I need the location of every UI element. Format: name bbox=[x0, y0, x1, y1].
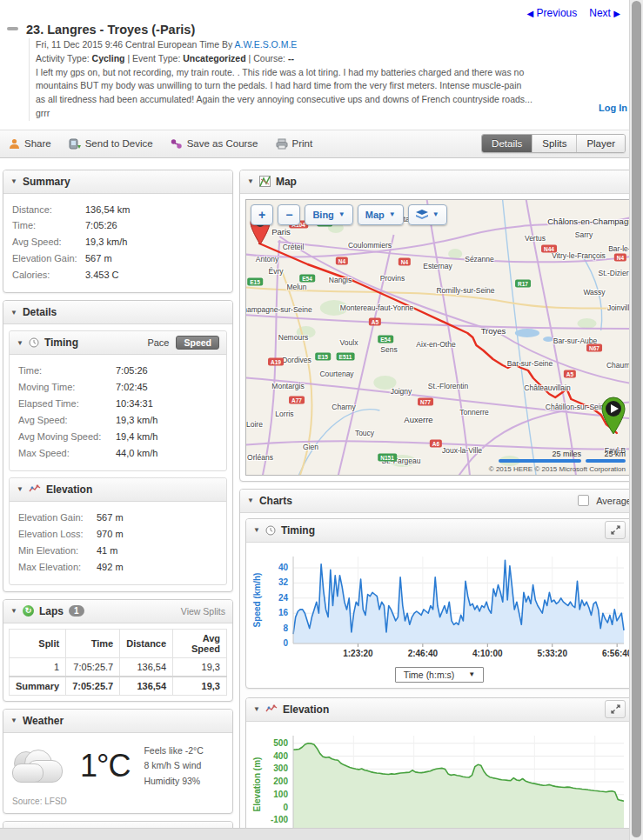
timing-x-axis-dropdown[interactable]: Time (h:m:s)▼ bbox=[395, 667, 484, 683]
map-style-dropdown[interactable]: Map▼ bbox=[358, 204, 404, 225]
svg-text:0: 0 bbox=[283, 802, 288, 811]
collapse-triangle-icon[interactable]: ▼ bbox=[10, 309, 17, 317]
collapse-triangle-icon[interactable]: ▼ bbox=[247, 177, 254, 185]
share-button[interactable]: Share bbox=[9, 138, 51, 150]
laps-col-header[interactable]: Distance bbox=[120, 629, 173, 657]
zoom-in-button[interactable]: + bbox=[251, 204, 273, 225]
layers-icon bbox=[416, 210, 428, 220]
map-town-label: Aix-en-Othe bbox=[416, 340, 455, 349]
elevation-chart-title: Elevation bbox=[283, 703, 329, 716]
svg-text:16: 16 bbox=[278, 608, 289, 617]
scale-miles-bar bbox=[499, 459, 581, 463]
stat-label: Avg Moving Speed: bbox=[18, 430, 116, 444]
svg-text:400: 400 bbox=[273, 750, 288, 760]
collapse-triangle-icon[interactable]: ▼ bbox=[10, 177, 17, 185]
elevation-chart[interactable]: -200-1000100200300400500255075100125Elev… bbox=[250, 729, 629, 840]
stat-value: 7:05:26 bbox=[116, 364, 148, 378]
map-canvas[interactable]: nt-l'ArtaudParisCréteilAntonyÉvryCoulomm… bbox=[245, 199, 633, 476]
left-column: ▼ Summary Distance:136,54 kmTime:7:05:26… bbox=[3, 170, 233, 840]
road-shield-label: A6 bbox=[430, 439, 442, 447]
map-town-label: Dordives bbox=[282, 356, 311, 364]
collapse-triangle-icon[interactable]: ▼ bbox=[17, 339, 23, 347]
share-person-icon bbox=[9, 138, 20, 150]
tab-player[interactable]: Player bbox=[576, 135, 625, 152]
average-checkbox[interactable] bbox=[578, 495, 589, 506]
stat-value: 19,3 km/h bbox=[85, 236, 127, 250]
zoom-out-button[interactable]: − bbox=[278, 204, 300, 225]
laps-summary-row[interactable]: Summary7:05:25.7136,5419,3 bbox=[10, 677, 227, 696]
printer-icon bbox=[276, 138, 288, 150]
stat-row: Distance:136,54 km bbox=[12, 203, 224, 217]
laps-cell: 136,54 bbox=[120, 657, 173, 677]
view-splits-link[interactable]: View Splits bbox=[181, 606, 225, 617]
map-provider-dropdown[interactable]: Bing▼ bbox=[305, 204, 352, 225]
stat-value: 19,3 km/h bbox=[116, 414, 157, 428]
road-shield-label: N77 bbox=[418, 397, 433, 405]
collapse-triangle-icon[interactable]: ▼ bbox=[17, 485, 23, 493]
map-town-label: Vertus bbox=[525, 234, 546, 243]
laps-cell: 136,54 bbox=[120, 677, 173, 696]
map-town-label: Vitry-le-François bbox=[552, 251, 606, 260]
road-shield-label: E511 bbox=[337, 352, 355, 360]
collapse-header-icon[interactable] bbox=[7, 27, 18, 30]
collapse-triangle-icon[interactable]: ▼ bbox=[253, 705, 260, 713]
stat-row: Avg Speed:19,3 km/h bbox=[18, 414, 218, 428]
stat-row: Elevation Gain:567 m bbox=[18, 511, 218, 525]
laps-title: Laps bbox=[39, 605, 64, 617]
laps-row[interactable]: 17:05:25.7136,5419,3 bbox=[10, 657, 227, 677]
tab-splits[interactable]: Splits bbox=[532, 135, 576, 152]
collapse-triangle-icon[interactable]: ▼ bbox=[10, 607, 17, 615]
scrollbar-thumb[interactable] bbox=[632, 1, 641, 837]
elevation-chart-body: -200-1000100200300400500255075100125Elev… bbox=[246, 722, 633, 840]
collapse-triangle-icon[interactable]: ▼ bbox=[253, 526, 260, 534]
stat-label: Time: bbox=[12, 219, 85, 233]
scale-km-label: 25 km bbox=[604, 450, 626, 458]
svg-text:Speed (km/h): Speed (km/h) bbox=[252, 572, 262, 627]
previous-link[interactable]: ◀ Previous bbox=[527, 7, 578, 19]
collapse-triangle-icon[interactable]: ▼ bbox=[10, 717, 17, 724]
timing-subpanel: ▼ Timing Pace Speed Time:7:05:26Moving T… bbox=[9, 330, 227, 471]
svg-text:500: 500 bbox=[273, 737, 288, 747]
course-icon bbox=[171, 138, 183, 150]
save-as-course-button[interactable]: Save as Course bbox=[171, 138, 258, 150]
laps-cell: 19,3 bbox=[173, 657, 227, 677]
scale-miles-label: 25 miles bbox=[552, 450, 581, 458]
log-in-link[interactable]: Log In bbox=[599, 103, 627, 113]
page-scrollbar[interactable] bbox=[629, 0, 643, 840]
expand-chart-button[interactable] bbox=[605, 521, 626, 539]
activity-description: I left my gps on, but not recording, my … bbox=[36, 66, 533, 121]
laps-table: SplitTimeDistanceAvg Speed17:05:25.7136,… bbox=[9, 629, 227, 696]
timing-body: Time:7:05:26Moving Time:7:02:45Elapsed T… bbox=[10, 355, 226, 470]
tab-details[interactable]: Details bbox=[482, 135, 532, 152]
map-town-label: St.-Florentin bbox=[428, 382, 468, 390]
expand-chart-button[interactable] bbox=[605, 700, 626, 718]
route-end-marker[interactable] bbox=[599, 397, 628, 438]
collapse-triangle-icon[interactable]: ▼ bbox=[247, 497, 254, 504]
map-town-label: -Loire bbox=[245, 420, 263, 429]
activity-pager: ◀ Previous Next ▶ bbox=[527, 7, 620, 19]
next-link[interactable]: Next ▶ bbox=[589, 7, 620, 19]
send-to-device-button[interactable]: Send to Device bbox=[69, 138, 153, 150]
map-town-label: Montargis bbox=[271, 382, 304, 390]
print-button[interactable]: Print bbox=[276, 138, 313, 150]
laps-col-header[interactable]: Split bbox=[10, 629, 66, 657]
map-controls: + − Bing▼ Map▼ ▼ bbox=[251, 204, 447, 225]
speed-chart[interactable]: 08162432401:23:202:46:404:10:005:33:206:… bbox=[250, 550, 629, 664]
map-town-label: Esternay bbox=[423, 262, 452, 270]
timing-chart-title: Timing bbox=[281, 524, 315, 537]
speed-toggle[interactable]: Speed bbox=[176, 336, 219, 350]
svg-text:8: 8 bbox=[283, 623, 288, 632]
map-town-label: Troyes bbox=[481, 325, 506, 335]
device-icon bbox=[69, 138, 81, 150]
pace-toggle[interactable]: Pace bbox=[147, 337, 169, 348]
timing-chart-header: ▼ Timing bbox=[246, 519, 633, 543]
map-layers-dropdown[interactable]: ▼ bbox=[408, 204, 447, 225]
author-link[interactable]: A.W.E.S.O.M.E bbox=[235, 39, 298, 50]
chevron-down-icon: ▼ bbox=[389, 210, 396, 218]
svg-text:100: 100 bbox=[273, 789, 288, 798]
laps-col-header[interactable]: Time bbox=[66, 629, 120, 657]
laps-col-header[interactable]: Avg Speed bbox=[173, 629, 227, 657]
map-town-label: Lorris bbox=[275, 410, 293, 418]
map-town-label: Romilly-sur-Seine bbox=[436, 286, 494, 295]
elevation-body: Elevation Gain:567 mElevation Loss:970 m… bbox=[10, 502, 226, 584]
